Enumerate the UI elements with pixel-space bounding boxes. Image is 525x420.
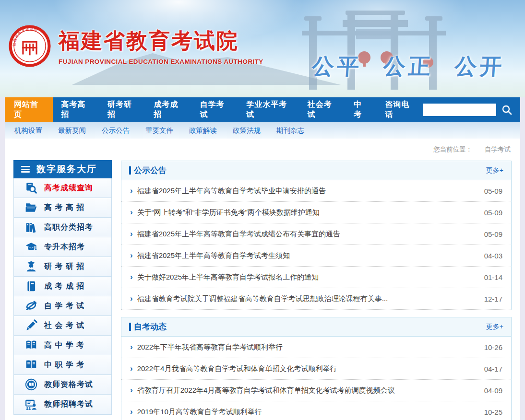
sidebar-digital-service-hall: 数字服务大厅 高考成绩查询 高 考 高 招 — [13, 161, 112, 415]
news-title: 福建省2025年上半年高等教育自学考试成绩公布有关事宜的通告 — [137, 230, 476, 239]
site-subtitle: FUJIAN PROVINCIAL EDUCATION EXAMINATIONS… — [59, 58, 263, 65]
section-header: 自考动态 更多+ — [121, 317, 511, 337]
sidebar-title: 数字服务大厅 — [36, 163, 97, 175]
search-input[interactable] — [423, 104, 496, 116]
subnav-link[interactable]: 政策解读 — [189, 126, 217, 135]
news-list-item[interactable]: 福建省2025年上半年高等教育自学考试考生须知 04-03 — [121, 245, 511, 267]
chevron-right-icon — [130, 385, 133, 395]
breadcrumb-current[interactable]: 自学考试 — [485, 145, 511, 154]
news-date: 04-03 — [484, 252, 502, 260]
news-date: 05-09 — [484, 187, 502, 195]
subnav-link[interactable]: 公示公告 — [102, 126, 130, 135]
section-header: 公示公告 更多+ — [121, 161, 511, 180]
sidebar-item[interactable]: 中 职 学 考 — [14, 355, 111, 375]
sidebar-item[interactable]: 自 学 考 试 — [14, 296, 111, 316]
news-list-item[interactable]: 福建省2025年上半年高等教育自学考试成绩公布有关事宜的通告 05-09 — [121, 223, 511, 245]
sidebar-item-label: 教师招聘考试 — [44, 399, 93, 409]
sidebar-item-label: 高 中 学 考 — [44, 340, 84, 350]
subnav-link[interactable]: 机构设置 — [14, 126, 42, 135]
graduation-cap-icon — [24, 241, 38, 253]
search-button[interactable] — [501, 104, 513, 116]
news-date: 05-09 — [484, 209, 502, 217]
nav-item[interactable]: 成考成招 — [145, 97, 191, 122]
menu-icon — [21, 166, 30, 173]
news-list-item[interactable]: 关于做好2025年上半年高等教育自学考试报名工作的通知 01-14 — [121, 267, 511, 288]
news-date: 12-17 — [484, 295, 502, 303]
chevron-right-icon — [130, 407, 133, 417]
nav-item[interactable]: 社会考试 — [299, 97, 346, 122]
agency-seal-logo: 福建省教育考试院 — [9, 25, 51, 67]
subnav-link[interactable]: 重要文件 — [145, 126, 173, 135]
news-list-item[interactable]: 福建省教育考试院关于调整福建省高等教育自学考试思想政治理论课程有关事... 12… — [121, 288, 511, 310]
chevron-right-icon — [130, 208, 133, 217]
nav-item[interactable]: 高考高招 — [53, 97, 99, 122]
chevron-right-icon — [130, 364, 133, 373]
chevron-right-icon — [130, 229, 133, 239]
news-title: 关于“网上转考”和“非学历证书免考”两个模块数据维护通知 — [137, 208, 476, 217]
swirl-pen-icon — [24, 300, 38, 312]
news-title: 2019年10月高等教育自学考试顺利举行 — [137, 408, 476, 417]
sidebar-item[interactable]: 高 中 学 考 — [14, 336, 111, 355]
news-date: 01-14 — [484, 273, 502, 281]
news-title: 福建省教育考试院关于调整福建省高等教育自学考试思想政治理论课程有关事... — [137, 294, 476, 303]
main-navigation: 网站首页 高考高招 研考研招 成考成招 自学考试 学业水平考试 社会考试 中考 … — [5, 97, 520, 122]
subnav-link[interactable]: 最新要闻 — [58, 126, 86, 135]
nav-item[interactable]: 研考研招 — [99, 97, 145, 122]
sidebar-item[interactable]: 高职分类招考 — [14, 218, 111, 237]
sidebar-item[interactable]: 教师资格考试 — [14, 375, 111, 395]
news-title: 福建省2025年上半年高等教育自学考试毕业申请安排的通告 — [137, 187, 476, 196]
news-date: 10-26 — [484, 343, 502, 351]
nav-item[interactable]: 咨询电话 — [377, 97, 423, 122]
announcement-list: 福建省2025年上半年高等教育自学考试毕业申请安排的通告 05-09 关于“网上… — [121, 180, 511, 310]
chevron-right-icon — [130, 294, 133, 303]
sidebar-item[interactable]: 高 考 高 招 — [14, 198, 111, 218]
subnav-link[interactable]: 政策法规 — [233, 126, 261, 135]
news-list-item[interactable]: 关于“网上转考”和“非学历证书免考”两个模块数据维护通知 05-09 — [121, 202, 511, 223]
news-date: 04-17 — [484, 365, 502, 373]
badge-icon — [24, 378, 38, 391]
news-list-item[interactable]: 2022年下半年我省高等教育自学考试顺利举行 10-26 — [121, 337, 511, 358]
exam-search-icon — [24, 182, 38, 194]
chevron-right-icon — [130, 342, 133, 352]
site-title: 福建省教育考试院 — [59, 27, 263, 55]
more-link[interactable]: 更多+ — [486, 323, 503, 331]
title-bar-decoration — [129, 166, 131, 175]
news-title: 省教育厅召开2022年4月高等教育自学考试和体育单招文化考试考前调度视频会议 — [137, 386, 476, 395]
main-column: 公示公告 更多+ 福建省2025年上半年高等教育自学考试毕业申请安排的通告 05… — [121, 161, 512, 420]
sidebar-item-label: 高职分类招考 — [44, 222, 93, 233]
news-list-item[interactable]: 2019年10月高等教育自学考试顺利举行 10-25 — [121, 401, 511, 420]
sidebar-item[interactable]: 社 会 考 试 — [14, 316, 111, 336]
books-icon — [24, 221, 38, 233]
nav-item[interactable]: 网站首页 — [5, 97, 53, 122]
news-date: 10-25 — [484, 408, 502, 416]
sidebar-item[interactable]: 高考成绩查询 — [14, 178, 111, 198]
subnav-link[interactable]: 期刊杂志 — [276, 126, 304, 135]
more-link[interactable]: 更多+ — [486, 166, 503, 175]
header-banner: 公平 公正 公开 福建省教育考试院 福建省教育考试院 FUJIAN PROVIN… — [0, 0, 525, 97]
graduate-icon — [24, 260, 38, 273]
content-area: 数字服务大厅 高考成绩查询 高 考 高 招 — [5, 161, 520, 420]
news-list-item[interactable]: 2022年4月我省高等教育自学考试和体育单招文化考试顺利举行 04-17 — [121, 358, 511, 380]
nav-item[interactable]: 中考 — [346, 97, 377, 122]
sidebar-item[interactable]: 专升本招考 — [14, 237, 111, 257]
sidebar-item[interactable]: 研 考 研 招 — [14, 257, 111, 277]
section-title: 公示公告 — [129, 165, 167, 176]
sidebar-item[interactable]: 成 考 成 招 — [14, 277, 111, 296]
page-container: 网站首页 高考高招 研考研招 成考成招 自学考试 学业水平考试 社会考试 中考 … — [5, 97, 520, 420]
sidebar-item-label: 自 学 考 试 — [44, 301, 84, 311]
news-list-item[interactable]: 福建省2025年上半年高等教育自学考试毕业申请安排的通告 05-09 — [121, 180, 511, 202]
news-list-item[interactable]: 省教育厅召开2022年4月高等教育自学考试和体育单招文化考试考前调度视频会议 0… — [121, 380, 511, 401]
title-bar-decoration — [129, 323, 131, 331]
sidebar-item[interactable]: 教师招聘考试 — [14, 395, 111, 414]
sidebar-item-label: 教师资格考试 — [44, 380, 93, 390]
open-book-icon — [24, 359, 38, 371]
sidebar-item-label: 专升本招考 — [44, 242, 85, 252]
nav-search — [423, 97, 520, 122]
chevron-right-icon — [130, 186, 133, 196]
news-list: 2022年下半年我省高等教育自学考试顺利举行 10-26 2022年4月我省高等… — [121, 337, 511, 420]
section-announcements: 公示公告 更多+ 福建省2025年上半年高等教育自学考试毕业申请安排的通告 05… — [121, 161, 512, 310]
teacher-board-icon — [24, 398, 38, 411]
nav-item[interactable]: 自学考试 — [192, 97, 238, 122]
nav-item[interactable]: 学业水平考试 — [238, 97, 299, 122]
sidebar-item-label: 高考成绩查询 — [44, 183, 93, 193]
